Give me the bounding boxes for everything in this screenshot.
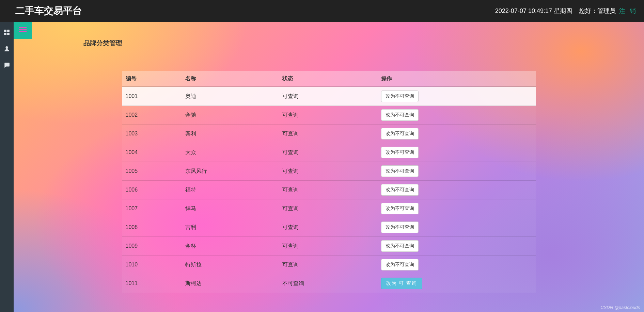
toggle-status-button[interactable]: 改为不可查询 <box>381 203 419 214</box>
app-title: 二手车交易平台 <box>15 4 82 17</box>
page-title: 品牌分类管理 <box>83 39 644 54</box>
toggle-status-button[interactable]: 改为不可查询 <box>381 109 419 121</box>
cell-name: 奔驰 <box>182 106 279 125</box>
svg-rect-1 <box>7 30 10 32</box>
table-row: 1003宾利可查询改为不可查询 <box>122 125 536 143</box>
th-action: 操作 <box>378 71 536 87</box>
cell-status: 可查询 <box>279 237 378 256</box>
svg-point-4 <box>5 46 8 49</box>
cell-action: 改为不可查询 <box>378 125 536 143</box>
cell-action: 改为不可查询 <box>378 256 536 274</box>
cell-action: 改为不可查询 <box>378 143 536 162</box>
chat-icon[interactable] <box>4 62 10 68</box>
cell-action: 改为不可查询 <box>378 218 536 237</box>
table-row: 1002奔驰可查询改为不可查询 <box>122 106 536 125</box>
cell-id: 1011 <box>122 274 182 293</box>
table-row: 1011斯柯达不可查询改为 可 查询 <box>122 274 536 293</box>
cell-name: 大众 <box>182 143 279 162</box>
toggle-status-button[interactable]: 改为不可查询 <box>381 259 419 270</box>
datetime-display: 2022-07-07 10:49:17 星期四 <box>495 7 572 15</box>
cell-name: 吉利 <box>182 218 279 237</box>
toggle-status-button[interactable]: 改为不可查询 <box>381 91 419 102</box>
toggle-status-button[interactable]: 改为不可查询 <box>381 221 419 233</box>
cell-name: 福特 <box>182 181 279 199</box>
cell-name: 金杯 <box>182 237 279 256</box>
toggle-status-button[interactable]: 改为 可 查询 <box>381 278 423 289</box>
cell-id: 1004 <box>122 143 182 162</box>
cell-status: 可查询 <box>279 106 378 125</box>
menu-toggle-button[interactable] <box>14 22 32 39</box>
cell-status: 可查询 <box>279 199 378 218</box>
cell-action: 改为不可查询 <box>378 106 536 125</box>
cell-id: 1001 <box>122 87 182 106</box>
cell-name: 斯柯达 <box>182 274 279 293</box>
cell-name: 奥迪 <box>182 87 279 106</box>
table-row: 1008吉利可查询改为不可查询 <box>122 218 536 237</box>
toggle-status-button[interactable]: 改为不可查询 <box>381 184 419 196</box>
topbar: 二手车交易平台 2022-07-07 10:49:17 星期四 您好：管理员 注… <box>0 0 644 22</box>
svg-rect-0 <box>4 30 6 32</box>
th-status: 状态 <box>279 71 378 87</box>
toggle-status-button[interactable]: 改为不可查询 <box>381 128 419 139</box>
table-row: 1007悍马可查询改为不可查询 <box>122 199 536 218</box>
cell-name: 悍马 <box>182 199 279 218</box>
cell-name: 特斯拉 <box>182 256 279 274</box>
table-row: 1005东风风行可查询改为不可查询 <box>122 162 536 181</box>
divider <box>16 54 641 54</box>
sidebar <box>0 22 14 312</box>
svg-rect-2 <box>4 33 6 35</box>
user-icon[interactable] <box>4 46 10 52</box>
cell-name: 东风风行 <box>182 162 279 181</box>
cell-id: 1008 <box>122 218 182 237</box>
cell-action: 改为不可查询 <box>378 199 536 218</box>
cell-status: 可查询 <box>279 143 378 162</box>
table-row: 1010特斯拉可查询改为不可查询 <box>122 256 536 274</box>
main-content: 品牌分类管理 编号 名称 状态 操作 1001奥迪可查询改为不可查询1002奔驰… <box>14 22 644 312</box>
cell-id: 1006 <box>122 181 182 199</box>
cell-action: 改为不可查询 <box>378 181 536 199</box>
greeting-text: 您好：管理员 <box>579 7 616 15</box>
cell-status: 可查询 <box>279 162 378 181</box>
table-row: 1009金杯可查询改为不可查询 <box>122 237 536 256</box>
cell-name: 宾利 <box>182 125 279 143</box>
svg-rect-3 <box>7 33 10 35</box>
cell-status: 不可查询 <box>279 274 378 293</box>
cell-id: 1003 <box>122 125 182 143</box>
table-row: 1006福特可查询改为不可查询 <box>122 181 536 199</box>
cell-status: 可查询 <box>279 218 378 237</box>
cell-action: 改为不可查询 <box>378 87 536 106</box>
cell-action: 改为不可查询 <box>378 162 536 181</box>
toggle-status-button[interactable]: 改为不可查询 <box>381 165 419 177</box>
cell-id: 1010 <box>122 256 182 274</box>
toggle-status-button[interactable]: 改为不可查询 <box>381 147 419 158</box>
cell-id: 1007 <box>122 199 182 218</box>
table-row: 1001奥迪可查询改为不可查询 <box>122 87 536 106</box>
cell-id: 1009 <box>122 237 182 256</box>
cell-id: 1002 <box>122 106 182 125</box>
th-name: 名称 <box>182 71 279 87</box>
th-id: 编号 <box>122 71 182 87</box>
cell-status: 可查询 <box>279 181 378 199</box>
cell-id: 1005 <box>122 162 182 181</box>
apps-icon[interactable] <box>4 29 10 35</box>
cell-status: 可查询 <box>279 87 378 106</box>
brand-table: 编号 名称 状态 操作 1001奥迪可查询改为不可查询1002奔驰可查询改为不可… <box>122 71 536 293</box>
table-row: 1004大众可查询改为不可查询 <box>122 143 536 162</box>
cell-status: 可查询 <box>279 256 378 274</box>
cell-action: 改为 可 查询 <box>378 274 536 293</box>
cell-action: 改为不可查询 <box>378 237 536 256</box>
toggle-status-button[interactable]: 改为不可查询 <box>381 240 419 252</box>
logout-link[interactable]: 注 销 <box>619 7 637 15</box>
cell-status: 可查询 <box>279 125 378 143</box>
hamburger-icon <box>19 27 27 34</box>
